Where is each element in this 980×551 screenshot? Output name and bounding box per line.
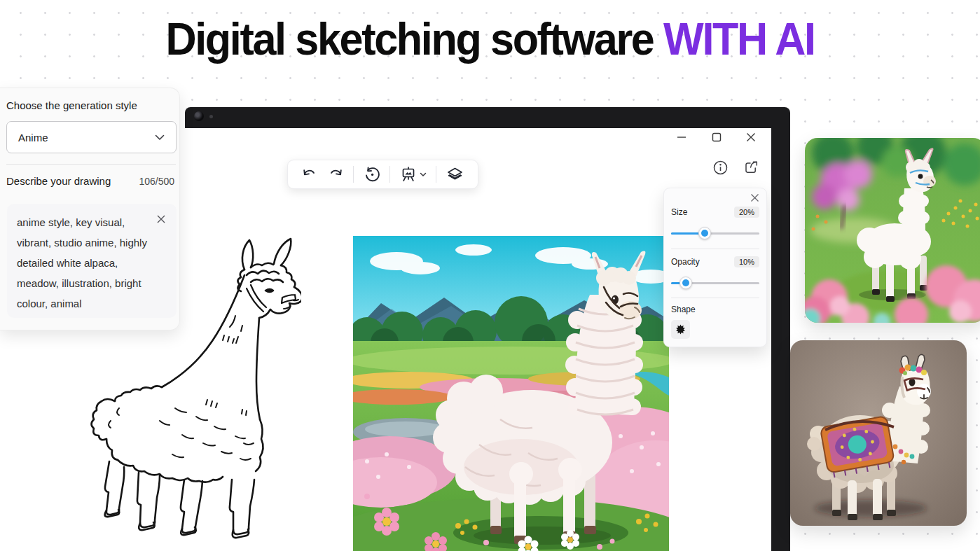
share-button[interactable] (743, 159, 759, 176)
webcam-icon (194, 111, 204, 121)
canvas-style-button[interactable] (399, 165, 427, 183)
close-icon (750, 193, 760, 203)
size-slider[interactable] (671, 228, 759, 239)
page-title-black: Digital sketching software (165, 13, 653, 64)
char-counter: 106/500 (139, 176, 174, 187)
prompt-line: vibrant, studio anime, highly (17, 232, 167, 253)
generation-style-label: Choose the generation style (6, 99, 137, 111)
maximize-icon (712, 132, 722, 142)
info-button[interactable] (712, 159, 729, 176)
webcam-indicator-dot (209, 115, 213, 118)
layers-button[interactable] (446, 165, 464, 183)
toolbar-divider (436, 166, 436, 183)
anime-alpaca-meadow-illustration (353, 236, 669, 551)
opacity-slider[interactable] (671, 277, 759, 288)
history-button[interactable] (363, 165, 381, 183)
brush-settings-panel: Size 20% Opacity 10% Shape (663, 188, 767, 347)
opacity-slider-thumb[interactable] (679, 277, 692, 289)
chevron-down-icon (155, 134, 165, 141)
style-dropdown[interactable]: Anime (6, 121, 177, 153)
result-image-3d[interactable] (790, 340, 967, 526)
minimize-icon (677, 132, 686, 142)
panel-close-button[interactable] (750, 193, 761, 204)
close-button[interactable] (745, 131, 757, 144)
chevron-down-icon (420, 172, 427, 177)
toolbar-divider (389, 166, 390, 183)
info-icon (713, 160, 728, 175)
toolbar-divider (353, 166, 354, 183)
minimize-button[interactable] (675, 131, 688, 144)
close-icon (746, 132, 756, 142)
size-value: 20% (734, 207, 759, 218)
layers-icon (446, 165, 464, 183)
clear-prompt-button[interactable] (156, 214, 167, 225)
page-title-accent: WITH AI (663, 13, 814, 64)
prompt-line: meadow, illustration, bright (17, 273, 167, 293)
panel-divider (6, 164, 176, 165)
canvas-style-icon (399, 165, 417, 183)
prompt-line: anime style, key visual, (17, 212, 167, 232)
panel-divider (671, 249, 759, 249)
redo-icon (327, 166, 344, 183)
shape-label: Shape (671, 305, 696, 314)
style-dropdown-value: Anime (18, 132, 48, 144)
undo-icon (301, 166, 318, 183)
brush-shape-swatch[interactable] (671, 320, 690, 339)
redo-button[interactable] (327, 166, 344, 183)
prompt-input[interactable]: anime style, key visual, vibrant, studio… (7, 204, 177, 318)
history-icon (363, 165, 381, 183)
undo-button[interactable] (301, 166, 318, 183)
ink-blob-icon (675, 323, 686, 335)
size-slider-thumb[interactable] (698, 227, 711, 239)
generation-style-panel: Choose the generation style Anime Descri… (0, 88, 180, 330)
prompt-line: colour, animal (17, 293, 167, 314)
maximize-button[interactable] (710, 131, 723, 144)
prompt-line: detailed white alpaca, (17, 253, 167, 273)
opacity-value: 10% (734, 256, 759, 267)
close-icon (156, 214, 167, 225)
result-image-realistic[interactable] (805, 138, 980, 323)
page-title: Digital sketching software WITH AI (29, 13, 951, 65)
opacity-label: Opacity (671, 257, 700, 267)
share-icon (743, 160, 759, 175)
panel-divider (671, 298, 759, 298)
realistic-alpaca-garden-image (805, 138, 980, 323)
3d-llama-saddle-image (790, 340, 967, 526)
generated-image-anime-meadow[interactable] (353, 236, 669, 551)
canvas-toolbar (287, 160, 478, 189)
describe-drawing-label: Describe your drawing (6, 175, 111, 187)
size-label: Size (671, 207, 687, 217)
